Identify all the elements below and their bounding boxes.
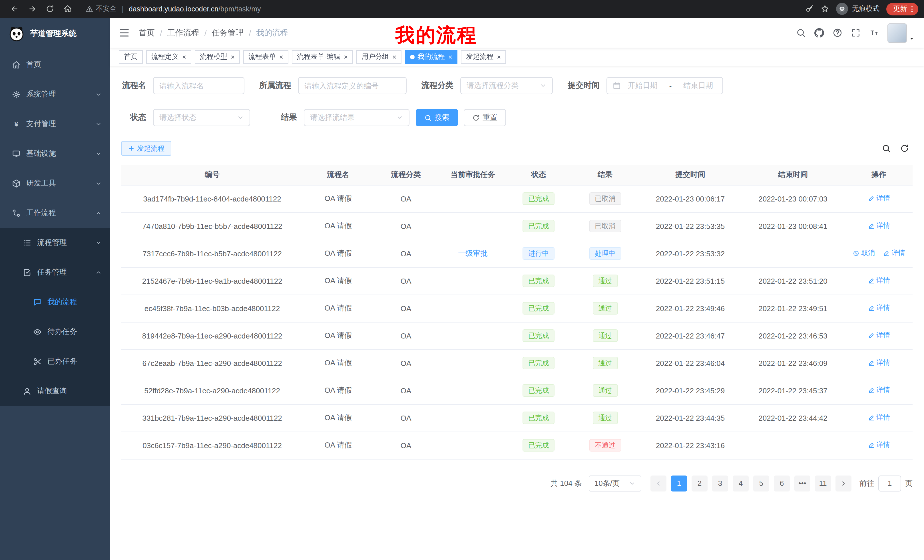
sidebar-item-devtools[interactable]: 研发工具 xyxy=(0,168,110,198)
edit-action-link[interactable]: 详情 xyxy=(868,386,890,395)
breadcrumb-item[interactable]: 任务管理 xyxy=(212,28,244,38)
cell-category: OA xyxy=(373,267,439,295)
cell-status: 已完成 xyxy=(507,431,570,459)
page-button-6[interactable]: 6 xyxy=(774,475,790,491)
bookmark-star-icon[interactable] xyxy=(820,4,829,13)
sidebar-item-infrastructure[interactable]: 基础设施 xyxy=(0,139,110,168)
sidebar-item-workflow[interactable]: 工作流程 xyxy=(0,198,110,228)
sidebar-item-leave-query[interactable]: 请假查询 xyxy=(0,376,110,406)
page-button-5[interactable]: 5 xyxy=(753,475,769,491)
browser-forward-icon[interactable] xyxy=(28,4,36,13)
process-def-input[interactable] xyxy=(298,77,406,94)
address-bar[interactable]: dashboard.yudao.iocoder.cn/bpm/task/my xyxy=(129,5,261,13)
page-button-1[interactable]: 1 xyxy=(671,475,687,491)
refresh-icon[interactable] xyxy=(900,144,909,153)
page-button-2[interactable]: 2 xyxy=(692,475,708,491)
avatar[interactable] xyxy=(888,23,907,42)
sidebar-item-payment[interactable]: ¥支付管理 xyxy=(0,109,110,139)
close-icon[interactable]: × xyxy=(497,53,501,60)
page-button-4[interactable]: 4 xyxy=(733,475,748,491)
result-select[interactable]: 请选择流结果 xyxy=(304,109,410,126)
cancel-action-link[interactable]: 取消 xyxy=(853,249,875,258)
cell-status: 已完成 xyxy=(507,377,570,404)
current-task-link[interactable]: 一级审批 xyxy=(458,249,488,258)
tab-7[interactable]: 发起流程× xyxy=(461,50,506,64)
search-button[interactable]: 搜索 xyxy=(416,109,458,126)
security-indicator[interactable]: 不安全 xyxy=(86,4,117,14)
font-size-icon[interactable]: TT xyxy=(869,28,879,38)
sidebar-item-process-mgmt[interactable]: 流程管理 xyxy=(0,228,110,258)
edit-action-link[interactable]: 详情 xyxy=(868,440,890,450)
tab-2[interactable]: 流程模型× xyxy=(195,50,240,64)
prev-page-button[interactable] xyxy=(651,475,666,491)
close-icon[interactable]: × xyxy=(392,53,396,60)
page-button-3[interactable]: 3 xyxy=(712,475,728,491)
chevron-up-icon xyxy=(95,210,102,216)
help-icon[interactable] xyxy=(832,28,842,38)
chat-icon xyxy=(33,298,42,306)
edit-action-link[interactable]: 详情 xyxy=(868,331,890,340)
tab-3[interactable]: 流程表单× xyxy=(243,50,288,64)
search-icon[interactable] xyxy=(796,28,806,38)
close-icon[interactable]: × xyxy=(231,53,235,60)
goto-page-input[interactable] xyxy=(878,475,901,491)
next-page-button[interactable] xyxy=(836,475,852,491)
browser-menu-icon[interactable] xyxy=(908,5,916,13)
search-toggle-icon[interactable] xyxy=(882,144,891,153)
close-icon[interactable]: × xyxy=(344,53,348,60)
edit-action-link[interactable]: 详情 xyxy=(868,194,890,204)
tab-4[interactable]: 流程表单-编辑× xyxy=(292,50,353,64)
cell-submit-time: 2022-01-22 23:51:15 xyxy=(640,267,740,295)
process-def-field[interactable] xyxy=(304,81,400,90)
sidebar-item-done-tasks[interactable]: 已办任务 xyxy=(0,346,110,376)
date-range-picker[interactable]: 开始日期 - 结束日期 xyxy=(606,77,723,94)
user-menu[interactable] xyxy=(888,23,915,42)
page-button-11[interactable]: 11 xyxy=(815,475,831,491)
breadcrumb-item[interactable]: 工作流程 xyxy=(167,28,199,38)
tab-6[interactable]: 我的流程× xyxy=(405,50,458,64)
category-select[interactable]: 请选择流程分类 xyxy=(460,77,553,94)
browser-reload-icon[interactable] xyxy=(46,4,54,13)
close-icon[interactable]: × xyxy=(448,53,452,60)
table-row: 03c6c157-7b9a-11ec-a290-acde48001122OA 请… xyxy=(121,431,913,459)
sidebar-item-my-process[interactable]: 我的流程 xyxy=(0,287,110,317)
sidebar-item-home[interactable]: 首页 xyxy=(0,49,110,79)
tab-0[interactable]: 首页 xyxy=(119,50,143,64)
edit-action-link[interactable]: 详情 xyxy=(868,221,890,231)
sidebar-item-system[interactable]: 系统管理 xyxy=(0,79,110,109)
page-size-select[interactable]: 10条/页 xyxy=(589,475,641,491)
goto-page-field[interactable] xyxy=(879,479,901,488)
more-pages-button[interactable]: ••• xyxy=(794,475,810,491)
sidebar-item-task-mgmt[interactable]: 任务管理 xyxy=(0,258,110,287)
tab-1[interactable]: 流程定义× xyxy=(146,50,191,64)
process-name-field[interactable] xyxy=(159,81,238,90)
edit-icon xyxy=(868,223,874,229)
hamburger-icon[interactable] xyxy=(119,27,130,38)
edit-action-link[interactable]: 详情 xyxy=(883,249,905,258)
fullscreen-icon[interactable] xyxy=(851,28,861,38)
breadcrumb-item[interactable]: 首页 xyxy=(139,28,155,38)
browser-home-icon[interactable] xyxy=(63,4,72,13)
sidebar-logo[interactable]: 芋道管理系统 xyxy=(0,18,110,49)
chevron-down-icon xyxy=(95,150,102,157)
edit-action-link[interactable]: 详情 xyxy=(868,303,890,313)
sidebar-item-todo-tasks[interactable]: 待办任务 xyxy=(0,317,110,346)
cell-process-id: 03c6c157-7b9a-11ec-a290-acde48001122 xyxy=(121,431,303,459)
create-process-button[interactable]: 发起流程 xyxy=(121,141,171,156)
github-icon[interactable] xyxy=(814,28,824,38)
close-icon[interactable]: × xyxy=(279,53,283,60)
tab-5[interactable]: 用户分组× xyxy=(356,50,402,64)
status-select[interactable]: 请选择状态 xyxy=(153,109,250,126)
close-icon[interactable]: × xyxy=(182,53,186,60)
edit-action-link[interactable]: 详情 xyxy=(868,276,890,286)
process-name-input[interactable] xyxy=(153,77,244,94)
table-row: 52ffd28e-7b9a-11ec-a290-acde48001122OA 请… xyxy=(121,377,913,404)
incognito-badge[interactable]: 无痕模式 xyxy=(836,3,879,15)
browser-back-icon[interactable] xyxy=(10,4,19,13)
key-icon[interactable] xyxy=(805,4,814,13)
cell-end-time: 2022-01-22 23:49:51 xyxy=(741,295,845,322)
edit-action-link[interactable]: 详情 xyxy=(868,358,890,368)
edit-action-link[interactable]: 详情 xyxy=(868,413,890,423)
reset-button[interactable]: 重置 xyxy=(464,109,506,126)
update-button[interactable]: 更新 xyxy=(886,3,918,15)
